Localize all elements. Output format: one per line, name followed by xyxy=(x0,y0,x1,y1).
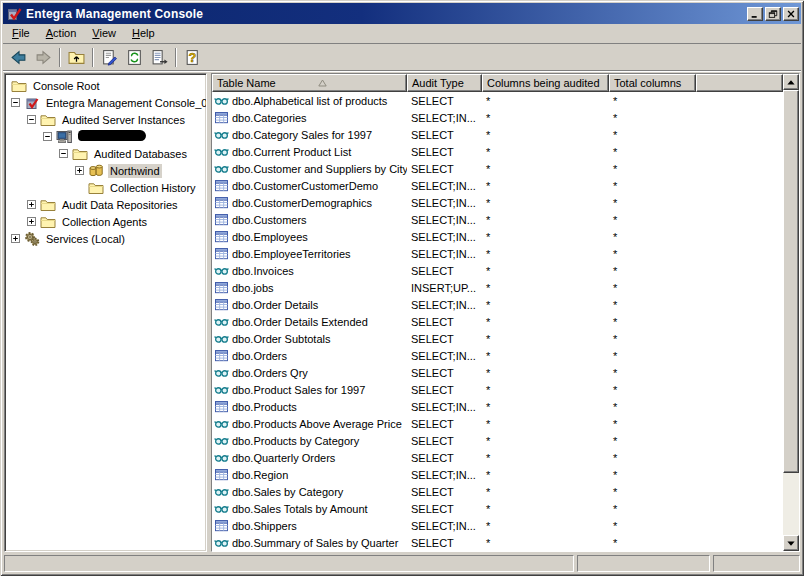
table-row[interactable]: dbo.EmployeeTerritoriesSELECT;IN...** xyxy=(212,245,783,262)
column-header-columns-being-audited[interactable]: Columns being audited xyxy=(482,74,609,92)
table-row[interactable]: dbo.Customer and Suppliers by CitySELECT… xyxy=(212,160,783,177)
total-columns-cell: * xyxy=(609,537,696,549)
table-row[interactable]: dbo.Orders QrySELECT** xyxy=(212,364,783,381)
table-row[interactable]: dbo.InvoicesSELECT** xyxy=(212,262,783,279)
table-row[interactable]: dbo.CustomersSELECT;IN...** xyxy=(212,211,783,228)
folder-icon xyxy=(40,197,56,213)
view-glasses-icon xyxy=(214,536,229,549)
table-name-cell: dbo.Product Sales for 1997 xyxy=(232,384,365,396)
columns-audited-cell: * xyxy=(482,503,609,515)
column-header-audit-type[interactable]: Audit Type xyxy=(407,74,482,92)
tree-item-console-root[interactable]: Console Root xyxy=(7,77,206,94)
table-row[interactable]: dbo.EmployeesSELECT;IN...** xyxy=(212,228,783,245)
expander-minus-icon[interactable] xyxy=(59,149,68,158)
minimize-button[interactable] xyxy=(747,7,763,21)
expander-plus-icon[interactable] xyxy=(11,234,20,243)
table-row[interactable]: dbo.Order SubtotalsSELECT** xyxy=(212,330,783,347)
table-row[interactable]: dbo.CustomerCustomerDemoSELECT;IN...** xyxy=(212,177,783,194)
scroll-down-button[interactable] xyxy=(783,535,799,551)
tree-item-audited-server-instances[interactable]: Audited Server Instances xyxy=(7,111,206,128)
view-glasses-icon xyxy=(214,366,229,379)
tree-item-entegra-management-console-0[interactable]: Entegra Management Console_0 xyxy=(7,94,206,111)
table-row[interactable]: dbo.Products by CategorySELECT** xyxy=(212,432,783,449)
table-row[interactable]: dbo.RegionSELECT;IN...** xyxy=(212,466,783,483)
toolbar-separator xyxy=(175,48,177,67)
help-button[interactable]: ? xyxy=(180,46,205,69)
table-row[interactable]: dbo.Products Above Average PriceSELECT** xyxy=(212,415,783,432)
refresh-button[interactable] xyxy=(122,46,147,69)
status-panel-1 xyxy=(4,555,574,572)
table-row[interactable]: dbo.jobsINSERT;UP...** xyxy=(212,279,783,296)
table-row[interactable]: dbo.Product Sales for 1997SELECT** xyxy=(212,381,783,398)
expander-minus-icon[interactable] xyxy=(11,98,20,107)
scroll-up-button[interactable] xyxy=(783,74,799,90)
export-list-button[interactable] xyxy=(147,46,172,69)
table-grid-icon xyxy=(214,247,229,260)
properties-button[interactable] xyxy=(97,46,122,69)
expander-plus-icon[interactable] xyxy=(75,166,84,175)
expander-minus-icon[interactable] xyxy=(27,115,36,124)
main-content: Console RootEntegra Management Console_0… xyxy=(3,71,801,553)
table-row[interactable]: dbo.Sales by CategorySELECT** xyxy=(212,483,783,500)
title-bar[interactable]: Entegra Management Console xyxy=(3,3,801,24)
view-glasses-icon xyxy=(214,451,229,464)
columns-audited-cell: * xyxy=(482,435,609,447)
tree-item-audit-data-repositories[interactable]: Audit Data Repositories xyxy=(7,196,206,213)
columns-audited-cell: * xyxy=(482,231,609,243)
table-row[interactable]: dbo.CategoriesSELECT;IN...** xyxy=(212,109,783,126)
table-row[interactable]: dbo.Summary of Sales by QuarterSELECT** xyxy=(212,534,783,551)
restore-button[interactable] xyxy=(765,7,781,21)
table-row[interactable]: dbo.OrdersSELECT;IN...** xyxy=(212,347,783,364)
tree-item-collection-agents[interactable]: Collection Agents xyxy=(7,213,206,230)
total-columns-cell: * xyxy=(609,350,696,362)
table-name-cell: dbo.Order Details xyxy=(232,299,318,311)
expander-minus-icon[interactable] xyxy=(43,132,52,141)
table-name-cell: dbo.Current Product List xyxy=(232,146,351,158)
column-header-total-columns[interactable]: Total columns xyxy=(609,74,696,92)
tree-item-server-redacted[interactable] xyxy=(7,128,206,145)
menu-action[interactable]: Action xyxy=(38,24,85,43)
view-glasses-icon xyxy=(214,383,229,396)
table-row[interactable]: dbo.CustomerDemographicsSELECT;IN...** xyxy=(212,194,783,211)
total-columns-cell: * xyxy=(609,401,696,413)
table-row[interactable]: dbo.Order Details ExtendedSELECT** xyxy=(212,313,783,330)
tree-item-collection-history[interactable]: Collection History xyxy=(7,179,206,196)
tree-item-northwind[interactable]: Northwind xyxy=(7,162,206,179)
audit-type-cell: SELECT xyxy=(407,146,482,158)
columns-audited-cell: * xyxy=(482,537,609,549)
table-row[interactable]: dbo.Order DetailsSELECT;IN...** xyxy=(212,296,783,313)
expander-plus-icon[interactable] xyxy=(27,200,36,209)
table-row[interactable]: dbo.Quarterly OrdersSELECT** xyxy=(212,449,783,466)
expander-plus-icon[interactable] xyxy=(27,217,36,226)
columns-audited-cell: * xyxy=(482,282,609,294)
export-list-icon xyxy=(151,49,168,66)
back-button[interactable] xyxy=(6,46,31,69)
audit-type-cell: SELECT xyxy=(407,486,482,498)
server-icon xyxy=(56,129,72,145)
menu-view[interactable]: View xyxy=(84,24,124,43)
columns-audited-cell: * xyxy=(482,214,609,226)
table-name-cell: dbo.CustomerCustomerDemo xyxy=(232,180,378,192)
scrollbar-thumb[interactable] xyxy=(783,90,799,473)
tree-item-services-local-[interactable]: Services (Local) xyxy=(7,230,206,247)
list-header: Table NameAudit TypeColumns being audite… xyxy=(212,74,783,92)
menu-help[interactable]: Help xyxy=(124,24,163,43)
table-row[interactable]: dbo.Alphabetical list of productsSELECT*… xyxy=(212,92,783,109)
table-row[interactable]: dbo.ShippersSELECT;IN...** xyxy=(212,517,783,534)
table-row[interactable]: dbo.Category Sales for 1997SELECT** xyxy=(212,126,783,143)
table-name-cell: dbo.Alphabetical list of products xyxy=(232,95,387,107)
menu-file[interactable]: File xyxy=(4,24,38,43)
table-row[interactable]: dbo.Sales Totals by AmountSELECT** xyxy=(212,500,783,517)
scrollbar-track[interactable] xyxy=(783,90,799,535)
table-row[interactable]: dbo.ProductsSELECT;IN...** xyxy=(212,398,783,415)
table-row[interactable]: dbo.Current Product ListSELECT** xyxy=(212,143,783,160)
up-one-level-button[interactable] xyxy=(64,46,89,69)
close-button[interactable] xyxy=(783,7,799,21)
vertical-scrollbar[interactable] xyxy=(783,74,799,551)
table-name-cell: dbo.Orders xyxy=(232,350,287,362)
column-header-blank[interactable] xyxy=(696,74,783,92)
tree-item-audited-databases[interactable]: Audited Databases xyxy=(7,145,206,162)
column-header-table-name[interactable]: Table Name xyxy=(212,74,407,92)
view-glasses-icon xyxy=(214,485,229,498)
restore-icon xyxy=(768,9,778,19)
